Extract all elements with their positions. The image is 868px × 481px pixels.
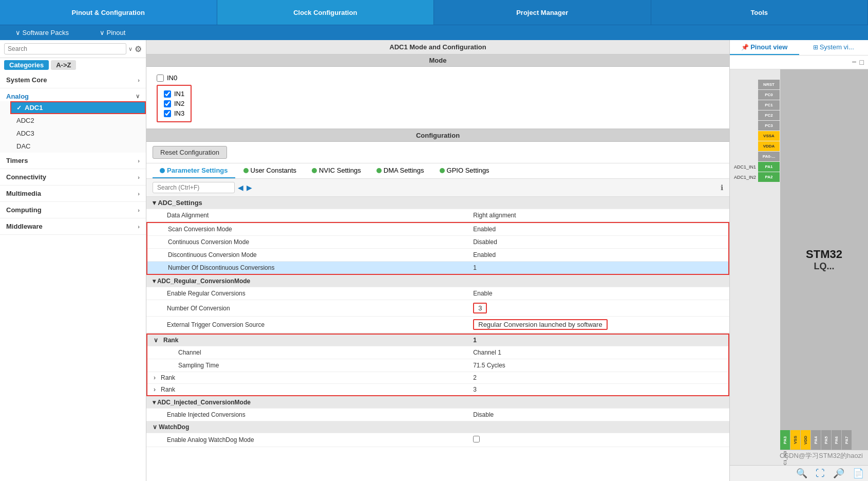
reset-config-button[interactable]: Reset Configuration — [153, 146, 227, 159]
system-icon: ⊞ — [813, 44, 818, 51]
maximize-icon[interactable]: □ — [860, 58, 864, 66]
sidebar-item-adc2[interactable]: ADC2 — [10, 114, 146, 127]
table-row: Enable Injected Conversions Disable — [146, 409, 729, 421]
continuous-conversion-label: Continuous Conversion Mode — [147, 236, 467, 249]
search-next-icon[interactable]: ▶ — [247, 183, 252, 192]
table-row: Number Of Conversion 3 — [146, 300, 729, 317]
in3-label: IN3 — [174, 109, 184, 117]
watchdog-header: ∨ WatchDog — [146, 421, 729, 433]
enable-injected-label: Enable Injected Conversions — [146, 409, 467, 421]
rank3-value: 3 — [467, 384, 729, 396]
pc1-box: PC1 — [758, 100, 780, 110]
enable-injected-value: Disable — [467, 409, 729, 421]
ext-trigger-label: External Trigger Conversion Source — [146, 317, 467, 333]
content-area: ADC1 Mode and Configuration Mode IN0 IN1… — [146, 40, 729, 481]
pa0-box: PA0-... — [758, 152, 780, 161]
search-prev-icon[interactable]: ◀ — [238, 183, 243, 192]
tab-gpio-settings[interactable]: GPIO Settings — [432, 163, 497, 178]
chevron-right-icon-conn: › — [138, 174, 140, 180]
sampling-time-label: Sampling Time — [147, 359, 467, 372]
nav-pinout-secondary[interactable]: ∨ Pinout — [84, 25, 141, 40]
pc2-box: PC2 — [758, 110, 780, 120]
data-alignment-value: Right alignment — [467, 209, 729, 222]
table-row: Enable Regular Conversions Enable — [146, 287, 729, 300]
sidebar-item-adc3[interactable]: ADC3 — [10, 127, 146, 140]
num-conversion-label: Number Of Conversion — [146, 300, 467, 317]
table-row: Enable Analog WatchDog Mode — [146, 433, 729, 447]
sidebar-item-adc1[interactable]: ✓ ADC1 — [10, 101, 146, 114]
tab-system-view[interactable]: ⊞ System vi... — [799, 40, 869, 55]
sidebar-item-connectivity[interactable]: Connectivity › — [0, 169, 146, 186]
nav-tools[interactable]: Tools — [651, 0, 869, 25]
nav-software-packs[interactable]: ∨ Software Packs — [0, 25, 84, 40]
pin-nrst: NRST — [730, 80, 780, 89]
pin-pc3: PC3 — [730, 121, 780, 131]
injected-conv-header: ▾ ADC_Injected_ConversionMode — [146, 397, 729, 409]
in3-checkbox[interactable] — [164, 110, 171, 117]
pin-pc0: PC0 — [730, 90, 780, 100]
sidebar-item-dac[interactable]: DAC — [10, 140, 146, 153]
chevron-right-icon-timers: › — [138, 158, 140, 164]
tab-dma-settings[interactable]: DMA Settings — [369, 163, 431, 178]
num-discontinuous-value: 1 — [467, 262, 729, 275]
sidebar: ∨ ⚙ Categories A->Z System Core › Analog… — [0, 40, 146, 481]
export-icon[interactable]: 📄 — [853, 468, 864, 479]
analog-watchdog-value — [467, 433, 729, 447]
sidebar-item-analog[interactable]: Analog ∨ — [0, 88, 146, 101]
tab-user-constants[interactable]: User Constants — [236, 163, 304, 178]
in1-label: IN1 — [174, 90, 184, 98]
tab-nvic-settings[interactable]: NVIC Settings — [305, 163, 368, 178]
enable-regular-label: Enable Regular Conversions — [146, 287, 467, 300]
tab-az[interactable]: A->Z — [51, 60, 76, 70]
rank2-label: › Rank — [147, 372, 467, 384]
in0-checkbox[interactable] — [157, 75, 164, 82]
gear-icon[interactable]: ⚙ — [135, 44, 142, 54]
sidebar-item-system-core[interactable]: System Core › — [0, 72, 146, 88]
sidebar-item-computing[interactable]: Computing › — [0, 202, 146, 218]
nav-clock[interactable]: Clock Configuration — [217, 0, 435, 25]
nav-pinout[interactable]: Pinout & Configuration — [0, 0, 217, 25]
mode-section-header: Mode — [146, 54, 729, 67]
pin-vdda: VDDA — [730, 141, 780, 151]
sidebar-search-input[interactable] — [4, 43, 126, 54]
table-row: Sampling Time 71.5 Cycles — [147, 359, 729, 372]
sidebar-tabs: Categories A->Z — [0, 58, 146, 72]
discontinuous-conversion-label: Discontinuous Conversion Mode — [147, 249, 467, 262]
pin-pa1: ADC1_IN1 PA1 — [730, 162, 780, 172]
rank1-header-label: ∨ Rank — [147, 334, 467, 346]
minimize-icon[interactable]: − — [852, 58, 856, 67]
channel-value: Channel 1 — [467, 346, 729, 359]
config-toolbar: Reset Configuration — [146, 142, 729, 163]
enable-regular-value: Enable — [467, 287, 729, 300]
tab-pinout-view[interactable]: 📌 Pinout view — [730, 40, 799, 55]
param-search-input[interactable] — [153, 182, 235, 193]
pin-pa2: ADC1_IN2 PA2 — [730, 172, 780, 182]
in1-checkbox[interactable] — [164, 90, 171, 98]
data-alignment-label: Data Alignment — [146, 209, 467, 222]
sidebar-item-multimedia[interactable]: Multimedia › — [0, 186, 146, 202]
sidebar-item-timers[interactable]: Timers › — [0, 153, 146, 169]
config-section-header: Configuration — [146, 130, 729, 142]
tab-parameter-settings[interactable]: Parameter Settings — [153, 163, 235, 178]
in2-checkbox[interactable] — [164, 100, 171, 107]
table-row: Channel Channel 1 — [147, 346, 729, 359]
zoom-in-icon[interactable]: 🔍 — [796, 468, 807, 479]
tab-categories[interactable]: Categories — [4, 60, 49, 70]
regular-conv-label: ▾ ADC_Regular_ConversionMode — [146, 275, 729, 287]
watchdog-checkbox[interactable] — [473, 436, 480, 442]
chevron-right-icon-mm: › — [138, 191, 140, 197]
tab-dot-nvic — [312, 168, 317, 173]
content-title: ADC1 Mode and Configuration — [146, 40, 729, 54]
sidebar-item-middleware[interactable]: Middleware › — [0, 218, 146, 235]
chip-view: NRST PC0 PC1 PC2 PC3 — [730, 69, 868, 481]
analog-watchdog-label: Enable Analog WatchDog Mode — [146, 433, 467, 447]
pin-pa0: PA0-... — [730, 152, 780, 161]
chevron-right-icon-mw: › — [138, 224, 140, 230]
fullscreen-icon[interactable]: ⛶ — [816, 468, 825, 479]
adc1-in1-label: ADC1_IN1 — [730, 164, 758, 170]
zoom-out-icon[interactable]: 🔎 — [833, 468, 844, 479]
top-nav: Pinout & Configuration Clock Configurati… — [0, 0, 868, 25]
nav-project[interactable]: Project Manager — [434, 0, 651, 25]
tab-dot-gpio — [440, 168, 445, 173]
main-layout: ∨ ⚙ Categories A->Z System Core › Analog… — [0, 40, 868, 481]
